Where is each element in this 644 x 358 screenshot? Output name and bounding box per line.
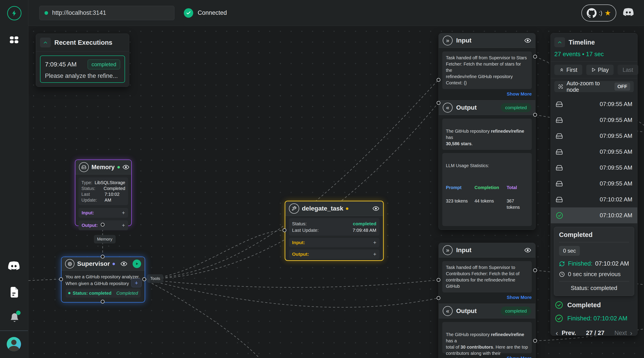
timeline-collapse-button[interactable] [554, 37, 565, 47]
next-button[interactable]: Next [614, 329, 627, 336]
input-arrow-icon: » [443, 245, 452, 255]
contrib-output-title: Output [456, 307, 477, 314]
prev-chevron-icon[interactable]: ‹ [556, 329, 558, 337]
supervisor-top-handle[interactable] [101, 255, 105, 259]
finished-time: 07:10:02 AM [595, 260, 629, 267]
user-avatar[interactable] [7, 337, 21, 351]
contrib-panel-right-handle[interactable] [533, 268, 537, 272]
check-circle-icon [555, 314, 563, 323]
stars-output-status-badge: completed [501, 103, 531, 112]
app-logo[interactable] [7, 6, 22, 20]
notifications-bell-icon[interactable] [10, 313, 19, 323]
supervisor-expand-button[interactable]: + [131, 278, 142, 287]
app-canvas: Memory Tools http://localhost:3141 Conne… [0, 0, 644, 358]
stars-output-text: The GitHub repository refinedev/refine h… [442, 119, 532, 150]
timeline-event-row[interactable]: 07:09:55 AM [551, 176, 637, 192]
stars-panel-left-handle[interactable] [437, 78, 440, 82]
delegate-output-expander[interactable]: Output: + [289, 249, 380, 259]
delegate-output-plus[interactable]: + [373, 251, 376, 257]
contrib-panel-right-handle2[interactable] [533, 339, 537, 343]
contrib-input-eye-icon[interactable] [524, 248, 531, 253]
timeline-event-row[interactable]: 07:09:55 AM [551, 128, 637, 144]
apps-grid-icon[interactable] [9, 35, 19, 44]
contrib-out-p2: has a total of [446, 338, 461, 349]
delegate-input-label: Input: [292, 240, 305, 245]
execution-time: 7:09:45 AM [45, 61, 77, 68]
docs-icon[interactable] [10, 286, 19, 298]
stars-out-p2: has [446, 135, 453, 140]
recent-executions-collapse-button[interactable] [40, 38, 51, 48]
memory-type-label: Type: [82, 180, 92, 185]
stars-panel-right-handle2[interactable] [533, 113, 537, 117]
contrib-panel-left-handle[interactable] [437, 278, 440, 282]
execution-card[interactable]: 7:09:45 AM completed Please analyze the … [40, 56, 125, 83]
supervisor-bottom-handle[interactable] [101, 300, 105, 304]
llm-prompt-value: 323 tokens [446, 198, 474, 204]
github-icon [587, 8, 596, 18]
delegate-input-expander[interactable]: Input: + [289, 238, 380, 247]
timeline-event-row[interactable]: 07:09:55 AM [551, 144, 637, 160]
llm-completion-value: 44 tokens [474, 198, 507, 204]
timeline-event-row[interactable]: 07:09:55 AM [551, 160, 637, 176]
memory-input-plus[interactable]: + [122, 210, 125, 216]
page-indicator: 27 / 27 [586, 329, 604, 336]
timeline-summary: 27 events • 17 sec [554, 51, 634, 58]
contrib-panel-left-handle2[interactable] [437, 296, 440, 300]
stars-panel-left-handle2[interactable] [437, 101, 440, 105]
github-star-button[interactable]: :) ★ [582, 5, 616, 22]
memory-type-value: LibSQLStorage [94, 180, 125, 185]
timeline-first-button[interactable]: First [554, 65, 582, 75]
llm-total-label: Total [507, 184, 528, 191]
timeline-event-row[interactable]: 07:09:55 AM [551, 112, 637, 128]
supervisor-run-button[interactable] [132, 259, 141, 268]
stars-input-eye-icon[interactable] [524, 38, 531, 43]
delegate-left-handle[interactable] [283, 228, 286, 232]
next-chevron-icon[interactable]: › [630, 329, 632, 337]
delegate-task-node[interactable]: delegate_task Status:completed Last Upda… [285, 201, 384, 261]
notification-dot [16, 310, 20, 315]
stars-panel-right-handle[interactable] [533, 55, 537, 59]
memory-eye-icon[interactable] [122, 165, 129, 170]
refresh-icon [559, 261, 565, 267]
contrib-output-status-badge: completed [501, 306, 531, 315]
llm-prompt-col: Prompt 323 tokens [446, 178, 474, 217]
event-time: 07:10:02 AM [600, 196, 632, 203]
input-arrow-icon: » [443, 36, 452, 46]
discord-link-topbar[interactable] [622, 8, 634, 18]
timeline-last-button[interactable]: Last [618, 65, 638, 75]
prev-button[interactable]: Prev. [562, 329, 576, 336]
delegate-task-eye-icon[interactable] [372, 206, 380, 211]
left-sidebar [0, 0, 28, 358]
delegate-input-plus[interactable]: + [373, 239, 376, 246]
timeline-event-row-selected[interactable]: 07:10:02 AM [551, 207, 637, 223]
supervisor-node[interactable]: Supervisor You are a GitHub repository a… [61, 257, 145, 302]
connection-status: Connected [184, 8, 227, 18]
timeline-play-button[interactable]: Play [586, 65, 614, 75]
timeline-event-row[interactable]: 07:10:02 AM [551, 192, 637, 207]
event-time: 07:09:55 AM [600, 101, 632, 108]
discord-icon-sidebar[interactable] [8, 261, 20, 272]
contrib-output-text: The GitHub repository refinedev/refine h… [442, 322, 532, 353]
contrib-input-show-more[interactable]: Show More [442, 295, 532, 300]
memory-node[interactable]: Memory Type:LibSQLStorage Status:Complet… [75, 160, 132, 226]
supervisor-left-handle[interactable] [59, 277, 63, 281]
stars-input-show-more[interactable]: Show More [442, 91, 532, 97]
memory-input-expander[interactable]: Input: + [78, 208, 128, 218]
memory-bottom-handle[interactable] [101, 223, 105, 227]
supervisor-eye-icon[interactable] [120, 261, 127, 266]
memory-update-value: 7:10:02 AM [105, 191, 125, 203]
llm-total-col: Total 367 tokens [507, 178, 528, 217]
autozoom-toggle[interactable]: Auto-zoom to node OFF [554, 81, 634, 92]
server-url-input[interactable]: http://localhost:3141 [39, 6, 174, 20]
memory-input-label: Input: [82, 210, 94, 215]
timeline-event-row[interactable]: 07:09:55 AM [551, 96, 637, 112]
storage-event-icon [556, 132, 563, 140]
run-completed-label: Completed [567, 301, 601, 309]
event-time: 07:09:55 AM [600, 180, 632, 187]
stars-out-count: 30,586 stars [446, 141, 472, 146]
supervisor-instructions-line1: You are a GitHub repository analyzer. [66, 273, 141, 280]
output-arrow-icon: « [443, 306, 452, 316]
memory-output-plus[interactable]: + [122, 222, 125, 228]
supervisor-right-handle[interactable] [142, 277, 146, 281]
llm-completion-label: Completion [474, 184, 507, 191]
